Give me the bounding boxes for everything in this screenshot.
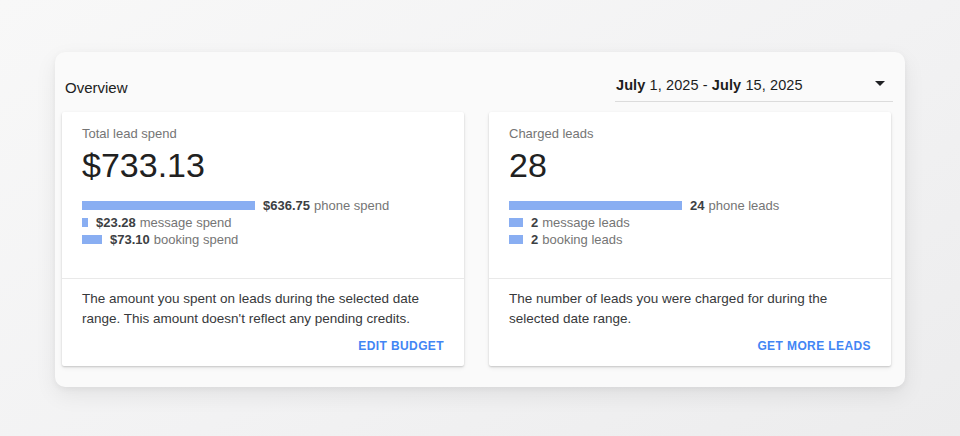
charged-leads-card: Charged leads 28 24 phone leads 2 messag… [489,112,891,366]
cards-row: Total lead spend $733.13 $636.75 phone s… [55,102,905,366]
phone-spend-row: $636.75 phone spend [82,197,444,214]
booking-leads-bar [509,235,523,244]
overview-panel: Overview July 1, 2025 - July 15, 2025 To… [55,52,905,387]
dropdown-caret-icon [875,81,885,86]
booking-leads-row: 2 booking leads [509,231,871,248]
spend-description: The amount you spent on leads during the… [82,289,444,329]
date-start-rest: 1, 2025 - [645,77,711,93]
booking-leads-label: booking leads [542,232,622,247]
leads-description: The number of leads you were charged for… [509,289,871,329]
date-range-text: July 1, 2025 - July 15, 2025 [616,77,803,93]
total-lead-spend-footer: The amount you spent on leads during the… [62,278,464,366]
edit-budget-button[interactable]: EDIT BUDGET [358,339,444,353]
message-spend-label: message spend [140,215,232,230]
total-lead-spend-card: Total lead spend $733.13 $636.75 phone s… [62,112,464,366]
phone-leads-value: 24 [690,198,704,213]
card-label: Total lead spend [82,126,444,141]
booking-spend-bar [82,235,102,244]
message-leads-value: 2 [531,215,538,230]
message-leads-label: message leads [542,215,629,230]
booking-spend-label: booking spend [154,232,239,247]
card-label: Charged leads [509,126,871,141]
phone-spend-label: phone spend [314,198,389,213]
date-end-rest: 15, 2025 [741,77,802,93]
charged-leads-summary: Charged leads 28 24 phone leads 2 messag… [489,112,891,278]
booking-leads-value: 2 [531,232,538,247]
spend-breakdown-chart: $636.75 phone spend $23.28 message spend… [82,197,444,248]
date-end-month: July [712,77,741,93]
get-more-leads-button[interactable]: GET MORE LEADS [757,339,871,353]
message-leads-bar [509,218,523,227]
leads-breakdown-chart: 24 phone leads 2 message leads 2 booking… [509,197,871,248]
date-start-month: July [616,77,645,93]
total-spend-value: $733.13 [82,146,444,184]
message-spend-row: $23.28 message spend [82,214,444,231]
phone-leads-label: phone leads [708,198,779,213]
booking-spend-value: $73.10 [110,232,150,247]
panel-header: Overview July 1, 2025 - July 15, 2025 [55,52,905,102]
phone-leads-row: 24 phone leads [509,197,871,214]
booking-spend-row: $73.10 booking spend [82,231,444,248]
message-spend-bar [82,218,88,227]
page-title: Overview [65,79,128,102]
phone-spend-bar [82,201,255,210]
charged-leads-value: 28 [509,146,871,184]
phone-leads-bar [509,201,682,210]
phone-spend-value: $636.75 [263,198,310,213]
charged-leads-footer: The number of leads you were charged for… [489,278,891,366]
date-range-selector[interactable]: July 1, 2025 - July 15, 2025 [615,77,893,102]
message-spend-value: $23.28 [96,215,136,230]
message-leads-row: 2 message leads [509,214,871,231]
total-lead-spend-summary: Total lead spend $733.13 $636.75 phone s… [62,112,464,278]
